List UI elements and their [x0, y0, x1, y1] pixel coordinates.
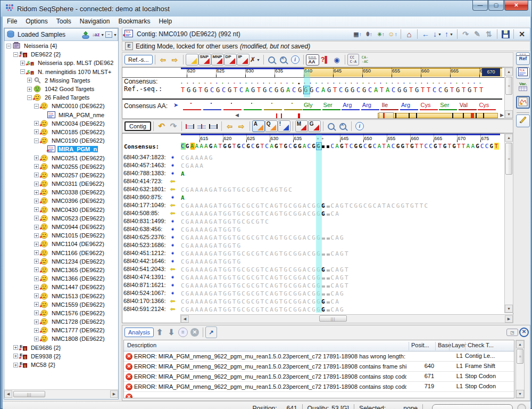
base-G[interactable]: G [351, 86, 356, 94]
tree-item[interactable]: +*NMC0251 (DE9622) [4, 153, 118, 162]
base-C[interactable]: C [339, 86, 345, 94]
base-C[interactable]: C [480, 143, 485, 150]
scroll-thumb[interactable]: ≡ [505, 77, 512, 95]
base-C[interactable]: C [210, 86, 216, 94]
read-sequence[interactable]: A [181, 168, 186, 178]
expand-icon[interactable]: + [34, 267, 39, 272]
zoom-out-button[interactable]: ✕ [278, 54, 289, 66]
edit-consensus-button[interactable]: CCC-A [347, 54, 359, 66]
contig-horizontal-scrollbar[interactable]: ◀ ||| ▶ [180, 314, 513, 323]
collapse-all-button[interactable]: −▼ [105, 29, 118, 40]
filter-button[interactable]: ≡ [177, 326, 189, 338]
tree-item[interactable]: +*NMC0338 (DE9622) [4, 188, 118, 197]
tree-item[interactable]: +*NMC1015 (DE9622) [4, 231, 118, 240]
ambiguity-button[interactable]: ?▌ [319, 54, 331, 66]
base-A[interactable]: A [270, 143, 275, 150]
base-G[interactable]: G [359, 143, 363, 150]
base-G[interactable]: G [397, 86, 403, 94]
table-row[interactable]: ✕ERROR: MIRA_PGM_nmeng_9622_pgm_mu_rean1… [124, 351, 514, 362]
scroll-up-arrow[interactable]: ▲ [505, 68, 513, 76]
expand-icon[interactable]: + [34, 302, 39, 307]
highlight-gap-button[interactable]: G [308, 120, 321, 132]
base-T[interactable]: T [218, 143, 223, 150]
base-G[interactable]: G [256, 143, 261, 150]
close-button[interactable]: ✕ [504, 1, 528, 11]
expand-icon[interactable]: + [34, 337, 39, 341]
base-G[interactable]: G [434, 143, 438, 150]
base-C[interactable]: C [288, 143, 293, 150]
base-C[interactable]: C [315, 86, 321, 94]
refresh-button[interactable]: ⇅ [483, 28, 495, 40]
close-view-button[interactable]: ✕ [516, 28, 528, 40]
expand-icon[interactable]: + [34, 310, 39, 315]
base-A[interactable]: A [200, 143, 204, 150]
base-T[interactable]: T [279, 143, 284, 150]
expand-icon[interactable]: + [34, 199, 39, 203]
expand-icon[interactable]: + [34, 173, 39, 177]
base-T[interactable]: T [234, 86, 239, 94]
expand-icon[interactable]: + [34, 250, 39, 255]
highlight-quality-button[interactable]: Q [265, 120, 278, 132]
tree-item[interactable]: +*NMC1728 (DE9622) [4, 317, 118, 326]
tree-item[interactable]: +*NMC1576 (DE9622) [4, 309, 118, 317]
realign-button[interactable]: CA--AC [359, 54, 371, 66]
base-G[interactable]: G [312, 143, 317, 150]
expand-icon[interactable]: + [34, 156, 39, 160]
base-G[interactable]: G [216, 86, 222, 94]
read-row[interactable]: 68I40:457:1463:➧CGAAA [122, 161, 503, 169]
column-header-4[interactable]: Check T... [465, 342, 513, 350]
tree-item[interactable]: +*NMC0311 (DE9622) [4, 179, 118, 188]
expand-icon[interactable]: + [13, 354, 18, 358]
ref-view-switch[interactable]: mmmRef [516, 52, 530, 65]
scroll-thumb[interactable]: ||| [13, 391, 45, 397]
menu-item-bookmarks[interactable]: Bookmarks [114, 17, 154, 27]
base-C[interactable]: C [292, 86, 298, 94]
next-difference-button[interactable]: ⇨ [169, 54, 181, 66]
base-G[interactable]: G [280, 86, 286, 94]
menu-item-options[interactable]: Options [21, 17, 52, 27]
base-G[interactable]: G [354, 143, 359, 150]
base-G[interactable]: G [456, 86, 462, 94]
base-T[interactable]: T [457, 143, 462, 150]
undo-button[interactable]: ↶ [156, 120, 168, 132]
base-C[interactable]: C [356, 86, 362, 94]
read-row[interactable]: 68I40:451:1212:➧CGAAAAGATGGTGCGCGTCAGTGC… [122, 249, 503, 257]
menu-item-tools[interactable]: Tools [52, 17, 76, 27]
base-C[interactable]: C [424, 143, 429, 150]
base-T[interactable]: T [198, 86, 204, 94]
info-button[interactable]: i [354, 120, 365, 132]
scroll-up-arrow[interactable]: ▲ [516, 340, 524, 348]
base-A[interactable]: A [286, 86, 292, 94]
tree-item[interactable]: +*NMC0430 (DE9622) [4, 206, 118, 214]
base-C[interactable]: C [438, 86, 444, 94]
read-row[interactable]: 68I40:508:85:⬅CGAAAAGATGGTGCGCGTCAGTGCGG… [122, 209, 503, 217]
base-T[interactable]: T [382, 143, 387, 150]
base-A[interactable]: A [214, 143, 219, 150]
base-G[interactable]: G [340, 143, 345, 150]
info-button[interactable]: i [289, 54, 301, 66]
expand-icon[interactable]: + [34, 285, 39, 290]
base-G[interactable]: G [304, 86, 310, 94]
base-G[interactable]: G [410, 143, 415, 150]
base-T[interactable]: T [438, 143, 443, 150]
expand-icon[interactable]: + [34, 164, 39, 169]
expand-icon[interactable]: + [34, 276, 39, 281]
zoom-out-button[interactable]: ✕ [337, 120, 349, 132]
expand-icon[interactable]: + [27, 87, 32, 92]
expand-icon[interactable]: + [34, 207, 39, 212]
tree-item[interactable]: +*NMC0396 (DE9622) [4, 197, 118, 205]
tree-item[interactable]: +*NMC0185 (DE9622) [4, 128, 118, 136]
table-row[interactable]: ✕ERROR: MIRA_PGM_nmeng_9622_pgm_mu_rean1… [124, 382, 514, 392]
base-T[interactable]: T [232, 143, 237, 150]
base-G[interactable]: G [223, 143, 228, 150]
base-G[interactable]: G [310, 86, 315, 94]
base-A[interactable]: A [335, 143, 340, 150]
overview-left-arrow[interactable]: ◀ [235, 112, 239, 118]
column-header-1[interactable]: Posit... [409, 342, 434, 350]
close-panel-button[interactable]: ✕ [518, 326, 530, 338]
contig-view-switch[interactable]: TCA [516, 67, 530, 79]
scroll-thumb[interactable]: ≡ [517, 349, 523, 364]
tree-item[interactable]: +*NMC1808 (DE9622) [4, 334, 118, 343]
base-G[interactable]: G [403, 86, 409, 94]
base-G[interactable]: G [476, 143, 480, 150]
